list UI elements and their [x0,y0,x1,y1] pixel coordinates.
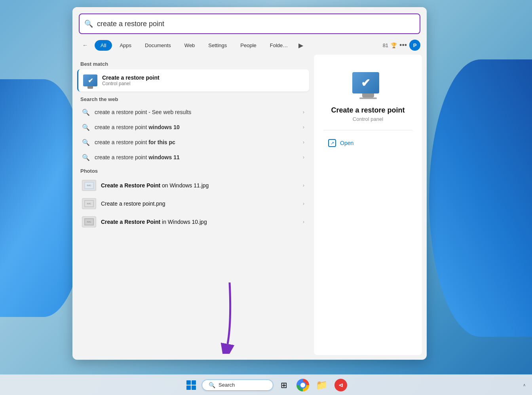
search-loop-icon-1: 🔍 [82,123,90,131]
folder-icon: 📁 [316,380,328,391]
svg-text:IMG: IMG [87,184,91,187]
filter-tabs-bar: ← All Apps Documents Web Settings People… [72,34,427,55]
search-loop-icon-3: 🔍 [82,153,90,161]
best-match-label: Best match [77,58,309,69]
taskbar-search-icon: 🔍 [209,382,215,388]
photos-label: Photos [77,165,309,176]
taskbar-search-bar[interactable]: 🔍 Search [202,380,273,391]
rp-monitor-stand [362,94,374,97]
tab-web[interactable]: Web [179,40,201,51]
taskbar: 🔍 Search ⊞ 📁 ⊲ ∧ [0,374,532,395]
svg-text:IMG: IMG [87,221,91,223]
web-search-text-3: create a restore point windows 11 [95,154,180,160]
photo-item-text-0: Create a Restore Point on Windows 11.jpg [101,182,209,189]
overflow-menu-button[interactable]: ••• [399,41,407,50]
photo-thumb-0: IMG [82,180,96,191]
start-button[interactable] [183,377,200,393]
right-panel-divider [323,130,412,130]
svg-text:IMG: IMG [87,202,91,205]
photo-item-text-1: Create a restore point.png [101,200,165,207]
open-link-icon [328,139,336,147]
tab-apps[interactable]: Apps [114,40,137,51]
desktop-ribbon-right [429,59,532,337]
search-input-area: 🔍 [72,7,427,34]
chrome-icon [296,379,309,391]
photo-chevron-0: › [303,183,304,188]
red-app-button[interactable]: ⊲ [332,377,349,393]
windows-logo-icon [186,380,196,390]
tab-documents[interactable]: Documents [139,40,177,51]
back-button[interactable]: ← [79,39,91,52]
tab-all[interactable]: All [95,40,112,51]
best-match-text: Create a restore point Control panel [102,74,160,86]
control-panel-monitor-icon [83,74,97,86]
chevron-right-0: › [303,109,304,115]
file-explorer-button[interactable]: 📁 [314,377,330,393]
search-web-label: Search the web [77,93,309,105]
taskbar-search-label: Search [218,382,235,388]
right-panel-app-icon [352,72,384,100]
best-match-item[interactable]: Create a restore point Control panel [77,69,309,92]
open-label: Open [340,140,353,146]
red-circle-icon: ⊲ [334,379,347,391]
photo-thumb-1: IMG [82,198,96,209]
left-panel: Best match Create a restore point Contro… [72,55,314,360]
search-input[interactable] [97,20,415,28]
photo-item-1[interactable]: IMG Create a restore point.png › [77,195,309,213]
taskbar-right-tray: ∧ [523,383,526,387]
right-panel: Create a restore point Control panel Ope… [314,55,422,355]
taskbar-items: 🔍 Search ⊞ 📁 ⊲ [183,377,349,393]
photo-chevron-1: › [303,201,304,206]
task-view-button[interactable]: ⊞ [276,377,292,393]
web-search-text-0: create a restore point - See web results [95,109,191,115]
open-button[interactable]: Open [323,137,358,149]
photo-item-0[interactable]: IMG Create a Restore Point on Windows 11… [77,176,309,195]
tab-people[interactable]: People [234,40,262,51]
rp-monitor-base [359,97,377,99]
right-panel-subtitle: Control panel [353,116,383,122]
web-search-item-0[interactable]: 🔍 create a restore point - See web resul… [77,105,309,120]
search-loop-icon-2: 🔍 [82,138,90,146]
search-content: Best match Create a restore point Contro… [72,55,427,360]
user-avatar[interactable]: P [409,40,420,51]
right-panel-title: Create a restore point [331,106,405,114]
search-loop-icon-0: 🔍 [82,108,90,116]
best-match-title: Create a restore point [102,74,160,81]
chevron-right-2: › [303,139,304,145]
rp-monitor [352,72,379,94]
photo-item-2[interactable]: IMG Create a Restore Point in Windows 10… [77,213,309,231]
photo-item-text-2: Create a Restore Point in Windows 10.jpg [101,218,207,225]
web-search-item-3[interactable]: 🔍 create a restore point windows 11 › [77,150,309,165]
search-box-wrapper[interactable]: 🔍 [79,13,420,34]
system-tray-chevron[interactable]: ∧ [523,383,526,387]
web-search-item-1[interactable]: 🔍 create a restore point windows 10 › [77,120,309,135]
chrome-button[interactable] [294,377,311,393]
best-match-icon [83,73,97,88]
web-search-text-2: create a restore point for this pc [95,139,175,145]
chevron-right-1: › [303,124,304,130]
photo-chevron-2: › [303,219,304,225]
result-count: 81 [383,42,388,48]
trophy-icon: 🏆 [391,42,397,48]
photo-thumb-2: IMG [82,216,96,227]
tab-folders[interactable]: Folde… [264,40,294,51]
more-tabs-button[interactable]: ▶ [295,40,306,51]
monitor-stand [87,86,93,89]
chevron-right-3: › [303,155,304,160]
best-match-subtitle: Control panel [102,81,160,86]
tab-settings[interactable]: Settings [202,40,233,51]
web-search-item-2[interactable]: 🔍 create a restore point for this pc › [77,135,309,150]
search-window: 🔍 ← All Apps Documents Web Settings Peop… [72,7,427,360]
result-count-area: 81 🏆 ••• P [383,40,420,51]
task-view-icon: ⊞ [281,380,287,390]
web-search-text-1: create a restore point windows 10 [95,124,180,130]
search-magnifier-icon: 🔍 [84,19,93,28]
